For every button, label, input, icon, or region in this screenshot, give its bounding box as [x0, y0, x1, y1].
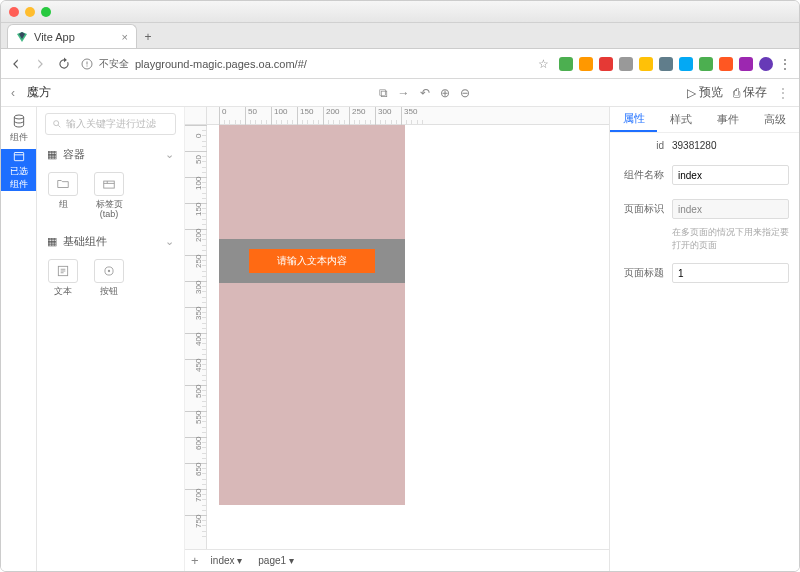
extension-icons: ⋮	[559, 57, 791, 71]
canvas-stage[interactable]: 请输入文本内容	[207, 125, 609, 549]
prop-pagekey-hint: 在多页面的情况下用来指定要打开的页面	[610, 226, 799, 256]
rail-components[interactable]: 组件	[1, 107, 36, 149]
svg-rect-2	[14, 153, 23, 161]
component-label: 标签页 (tab)	[96, 200, 123, 220]
button-icon	[102, 264, 116, 278]
container-block[interactable]: 请输入文本内容	[219, 239, 405, 283]
tab-title: Vite App	[34, 31, 75, 43]
device-frame[interactable]: 请输入文本内容	[219, 125, 405, 505]
component-button[interactable]: 按钮	[89, 259, 129, 297]
tab-events[interactable]: 事件	[705, 107, 752, 132]
vite-icon	[16, 31, 28, 43]
tool-undo-icon[interactable]: ↶	[420, 86, 430, 100]
page-tabbar: + index ▾ page1 ▾	[185, 549, 609, 571]
extension-icon[interactable]	[739, 57, 753, 71]
extension-icon[interactable]	[679, 57, 693, 71]
grid-icon: ▦	[47, 148, 57, 161]
box-icon	[11, 149, 27, 163]
nav-reload-icon[interactable]	[57, 57, 71, 71]
app-title: 魔方	[27, 84, 51, 101]
prop-id-value: 39381280	[672, 140, 789, 151]
profile-avatar[interactable]	[759, 57, 773, 71]
component-label: 组	[59, 200, 68, 210]
canvas-area: 050100150200250300350 050100150200250300…	[185, 107, 609, 571]
new-tab-button[interactable]: +	[137, 26, 159, 48]
rail-label: 已选 组件	[10, 165, 28, 191]
browser-menu-icon[interactable]: ⋮	[779, 57, 791, 71]
extension-icon[interactable]	[639, 57, 653, 71]
nav-back-icon[interactable]	[9, 57, 23, 71]
database-icon	[11, 113, 27, 129]
ruler-corner	[185, 107, 207, 125]
horizontal-ruler: 050100150200250300350	[207, 107, 609, 125]
component-search[interactable]: 输入关键字进行过滤	[45, 113, 176, 135]
group-header-basic[interactable]: ▦ 基础组件 ⌄	[37, 228, 184, 255]
tabs-icon	[102, 177, 116, 191]
tab-style[interactable]: 样式	[657, 107, 704, 132]
nav-forward-icon[interactable]	[33, 57, 47, 71]
app-back-icon[interactable]: ‹	[11, 86, 15, 100]
extension-icon[interactable]	[699, 57, 713, 71]
text-component[interactable]: 请输入文本内容	[249, 249, 375, 273]
chevron-down-icon: ⌄	[165, 148, 174, 161]
group-header-container[interactable]: ▦ 容器 ⌄	[37, 141, 184, 168]
component-group[interactable]: 组	[43, 172, 83, 220]
tool-copy-icon[interactable]: ⧉	[379, 86, 388, 100]
tab-close-icon[interactable]: ×	[122, 31, 128, 43]
minimize-window-button[interactable]	[25, 7, 35, 17]
url-text: playground-magic.pages.oa.com/#/	[135, 58, 307, 70]
extension-icon[interactable]	[579, 57, 593, 71]
browser-tabbar: Vite App × +	[1, 23, 799, 49]
extension-icon[interactable]	[719, 57, 733, 71]
prop-pagekey-label: 页面标识	[620, 202, 664, 216]
text-placeholder: 请输入文本内容	[277, 254, 347, 268]
chevron-down-icon: ⌄	[165, 235, 174, 248]
component-label: 按钮	[100, 287, 118, 297]
prop-name-input[interactable]	[672, 165, 789, 185]
rail-label: 组件	[10, 131, 28, 144]
component-tabs[interactable]: 标签页 (tab)	[89, 172, 129, 220]
prop-pagenum-input[interactable]	[672, 263, 789, 283]
folder-icon	[56, 177, 70, 191]
prop-pagenum-label: 页面标题	[620, 266, 664, 280]
rail-selected[interactable]: 已选 组件	[1, 149, 36, 191]
tab-properties[interactable]: 属性	[610, 107, 657, 132]
address-bar[interactable]: 不安全 playground-magic.pages.oa.com/#/	[81, 57, 528, 71]
tool-zoomout-icon[interactable]: ⊖	[460, 86, 470, 100]
preview-button[interactable]: ▷ 预览	[687, 84, 723, 101]
svg-rect-4	[104, 181, 115, 188]
add-page-button[interactable]: +	[191, 553, 199, 568]
close-window-button[interactable]	[9, 7, 19, 17]
app-topbar: ‹ 魔方 ⧉ → ↶ ⊕ ⊖ ▷ 预览 ⎙ 保存 ⋮	[1, 79, 799, 107]
extension-icon[interactable]	[619, 57, 633, 71]
page-tab[interactable]: page1 ▾	[254, 553, 298, 568]
svg-point-3	[54, 121, 59, 126]
extension-icon[interactable]	[599, 57, 613, 71]
tool-zoomin-icon[interactable]: ⊕	[440, 86, 450, 100]
svg-point-7	[108, 270, 110, 272]
security-label: 不安全	[99, 57, 129, 71]
bookmark-icon[interactable]: ☆	[538, 57, 549, 71]
maximize-window-button[interactable]	[41, 7, 51, 17]
search-icon	[52, 119, 62, 129]
search-placeholder: 输入关键字进行过滤	[66, 117, 156, 131]
page-tab[interactable]: index ▾	[207, 553, 247, 568]
tool-forward-icon[interactable]: →	[398, 86, 410, 100]
browser-tab[interactable]: Vite App ×	[7, 24, 137, 48]
prop-id-label: id	[620, 140, 664, 151]
overflow-menu-icon[interactable]: ⋮	[777, 84, 789, 101]
tab-advanced[interactable]: 高级	[752, 107, 799, 132]
component-library: 输入关键字进行过滤 ▦ 容器 ⌄ 组 标签页 (tab) ▦ 基础组件	[37, 107, 185, 571]
props-tabs: 属性 样式 事件 高级	[610, 107, 799, 133]
browser-urlbar: 不安全 playground-magic.pages.oa.com/#/ ☆ ⋮	[1, 49, 799, 79]
save-button[interactable]: ⎙ 保存	[733, 84, 767, 101]
group-label: 基础组件	[63, 234, 107, 249]
mac-titlebar	[1, 1, 799, 23]
canvas-tools: ⧉ → ↶ ⊕ ⊖	[379, 86, 470, 100]
component-text[interactable]: 文本	[43, 259, 83, 297]
prop-pagekey-input	[672, 199, 789, 219]
extension-icon[interactable]	[659, 57, 673, 71]
extension-icon[interactable]	[559, 57, 573, 71]
component-label: 文本	[54, 287, 72, 297]
insecure-icon	[81, 58, 93, 70]
